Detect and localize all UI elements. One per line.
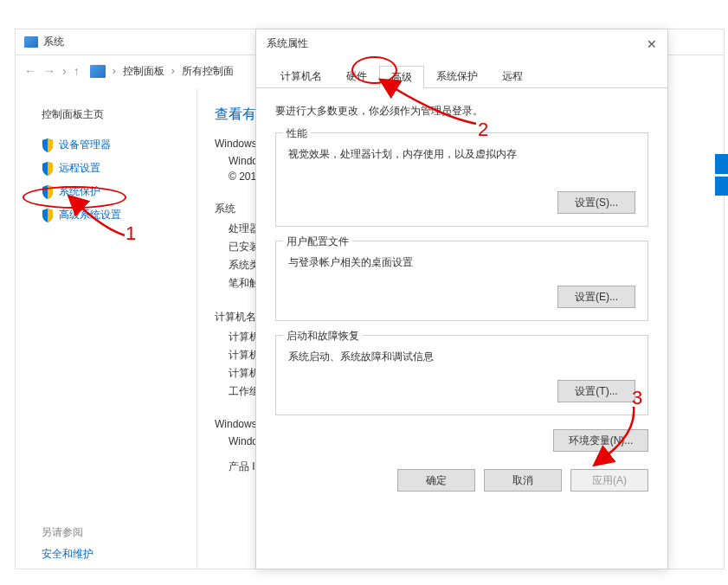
shield-icon [42, 209, 54, 222]
tab-advanced[interactable]: 高级 [379, 66, 424, 88]
group-title: 启动和故障恢复 [283, 329, 363, 344]
dialog-title-bar: 系统属性 ✕ [256, 29, 667, 58]
close-icon[interactable]: ✕ [647, 37, 657, 51]
group-user-profiles: 用户配置文件 与登录帐户相关的桌面设置 设置(E)... [275, 241, 648, 321]
sidebar-item-label: 设备管理器 [59, 138, 111, 152]
apply-button[interactable]: 应用(A) [570, 469, 648, 492]
group-title: 性能 [283, 126, 311, 141]
tab-system-protection[interactable]: 系统保护 [424, 65, 490, 87]
windows-logo-icon [715, 154, 728, 197]
sidebar-item-label: 高级系统设置 [59, 208, 121, 222]
system-properties-dialog: 系统属性 ✕ 计算机名 硬件 高级 系统保护 远程 要进行大多数更改，你必须作为… [255, 29, 668, 569]
dialog-note: 要进行大多数更改，你必须作为管理员登录。 [275, 104, 648, 119]
computer-icon [24, 36, 38, 48]
breadcrumb-item[interactable]: 控制面板 [123, 64, 164, 79]
dialog-title: 系统属性 [267, 36, 308, 51]
shield-icon [42, 138, 54, 152]
sidebar-item-remote[interactable]: 远程设置 [42, 161, 196, 176]
see-also-heading: 另请参阅 [42, 525, 196, 540]
sidebar: 控制面板主页 设备管理器 远程设置 系统保护 高级系统设置 另请参阅 安全和维护 [16, 88, 197, 569]
computer-icon [90, 65, 106, 78]
nav-forward-icon[interactable]: → [43, 64, 55, 78]
sidebar-item-device-manager[interactable]: 设备管理器 [42, 138, 196, 152]
cancel-button[interactable]: 取消 [484, 469, 562, 492]
environment-variables-button[interactable]: 环境变量(N)... [553, 429, 648, 452]
group-desc: 视觉效果，处理器计划，内存使用，以及虚拟内存 [288, 142, 635, 162]
sidebar-item-label: 系统保护 [59, 184, 100, 199]
sidebar-item-label: 远程设置 [59, 161, 100, 176]
tab-computer-name[interactable]: 计算机名 [268, 65, 334, 87]
group-startup-recovery: 启动和故障恢复 系统启动、系统故障和调试信息 设置(T)... [275, 335, 648, 415]
group-desc: 与登录帐户相关的桌面设置 [288, 250, 635, 270]
ok-button[interactable]: 确定 [397, 469, 475, 492]
tab-hardware[interactable]: 硬件 [334, 65, 379, 87]
breadcrumb-sep: › [171, 65, 175, 77]
sidebar-item-protection[interactable]: 系统保护 [42, 184, 196, 199]
group-performance: 性能 视觉效果，处理器计划，内存使用，以及虚拟内存 设置(S)... [275, 132, 648, 227]
settings-button-startup[interactable]: 设置(T)... [557, 380, 635, 402]
group-title: 用户配置文件 [283, 235, 352, 249]
tab-row: 计算机名 硬件 高级 系统保护 远程 [256, 65, 667, 88]
shield-icon [42, 185, 54, 199]
dialog-content: 要进行大多数更改，你必须作为管理员登录。 性能 视觉效果，处理器计划，内存使用，… [256, 88, 667, 452]
breadcrumb-sep: › [113, 65, 116, 77]
window-title: 系统 [43, 35, 64, 49]
see-also-link[interactable]: 安全和维护 [42, 547, 196, 562]
breadcrumb-item[interactable]: 所有控制面 [182, 64, 234, 79]
nav-separator: › [62, 64, 67, 78]
group-desc: 系统启动、系统故障和调试信息 [288, 344, 635, 364]
sidebar-title[interactable]: 控制面板主页 [42, 107, 196, 122]
settings-button-profiles[interactable]: 设置(E)... [557, 286, 635, 308]
nav-up-icon[interactable]: ↑ [74, 64, 80, 78]
sidebar-item-advanced[interactable]: 高级系统设置 [42, 208, 196, 222]
settings-button-performance[interactable]: 设置(S)... [557, 191, 635, 214]
tab-remote[interactable]: 远程 [490, 65, 535, 87]
dialog-footer: 确定 取消 应用(A) [256, 469, 667, 505]
nav-back-icon[interactable]: ← [24, 64, 36, 78]
shield-icon [42, 162, 54, 176]
